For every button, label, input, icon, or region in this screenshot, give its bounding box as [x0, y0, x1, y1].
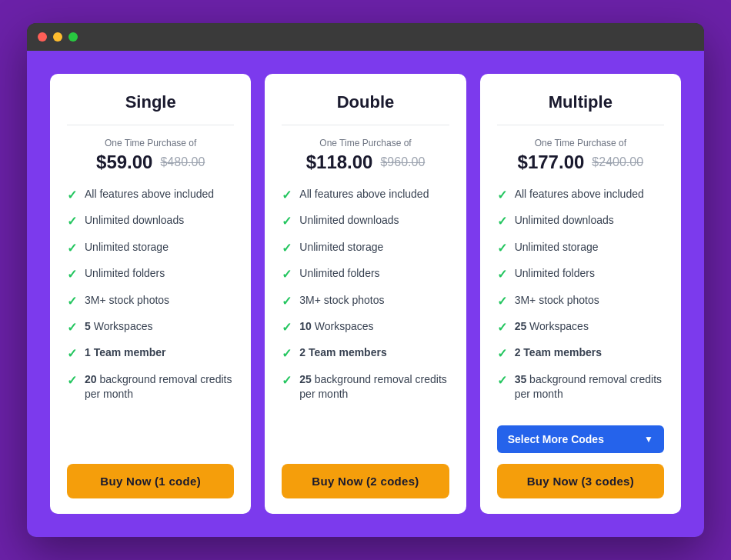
feature-text: All features above included: [85, 187, 214, 202]
features-list: ✓ All features above included ✓ Unlimite…: [67, 187, 234, 450]
check-icon: ✓: [497, 266, 507, 283]
feature-text: Unlimited downloads: [515, 213, 614, 228]
check-icon: ✓: [282, 319, 292, 336]
app-window: Single One Time Purchase of $59.00 $480.…: [27, 23, 704, 537]
feature-item: ✓ Unlimited downloads: [67, 213, 234, 230]
feature-text: All features above included: [515, 187, 644, 202]
price-row: $59.00 $480.00: [67, 152, 234, 173]
feature-item: ✓ 3M+ stock photos: [67, 293, 234, 310]
main-content: Single One Time Purchase of $59.00 $480.…: [27, 51, 704, 537]
price-original: $480.00: [160, 155, 205, 169]
feature-text: Unlimited downloads: [85, 213, 184, 228]
plan-card-multiple: Multiple One Time Purchase of $177.00 $2…: [480, 74, 681, 514]
plan-card-single: Single One Time Purchase of $59.00 $480.…: [50, 74, 251, 514]
plan-title: Single: [67, 92, 234, 125]
price-row: $118.00 $960.00: [282, 152, 449, 173]
feature-text: 35 background removal credits per month: [515, 372, 664, 402]
plans-grid: Single One Time Purchase of $59.00 $480.…: [50, 74, 681, 514]
feature-item: ✓ All features above included: [497, 187, 664, 204]
feature-item: ✓ Unlimited folders: [497, 266, 664, 283]
check-icon: ✓: [282, 266, 292, 283]
check-icon: ✓: [67, 293, 77, 310]
check-icon: ✓: [67, 372, 77, 389]
check-icon: ✓: [497, 187, 507, 204]
price-section: One Time Purchase of $177.00 $2400.00: [497, 138, 664, 173]
price-current: $118.00: [306, 152, 373, 173]
feature-text: Unlimited folders: [85, 266, 165, 282]
check-icon: ✓: [67, 266, 77, 283]
feature-text: All features above included: [299, 187, 429, 202]
select-more-label: Select More Codes: [508, 433, 604, 445]
check-icon: ✓: [67, 240, 77, 257]
feature-item: ✓ Unlimited folders: [282, 266, 449, 283]
feature-item: ✓ 1 Team member: [67, 345, 234, 362]
feature-text: Unlimited storage: [85, 240, 169, 255]
feature-text: 3M+ stock photos: [515, 293, 599, 308]
price-current: $177.00: [518, 152, 585, 173]
price-label: One Time Purchase of: [497, 138, 664, 148]
check-icon: ✓: [282, 213, 292, 230]
feature-text: 5 Workspaces: [85, 319, 152, 335]
feature-item: ✓ 3M+ stock photos: [497, 293, 664, 310]
check-icon: ✓: [497, 213, 507, 230]
minimize-dot[interactable]: [53, 32, 62, 42]
check-icon: ✓: [282, 372, 292, 389]
feature-item: ✓ 3M+ stock photos: [282, 293, 449, 310]
feature-text: Unlimited storage: [299, 240, 383, 255]
price-label: One Time Purchase of: [282, 138, 449, 148]
feature-item: ✓ All features above included: [67, 187, 234, 204]
buy-button[interactable]: Buy Now (2 codes): [282, 464, 449, 498]
feature-text: 25 Workspaces: [515, 319, 589, 335]
feature-item: ✓ 25 background removal credits per mont…: [282, 372, 449, 402]
feature-text: 3M+ stock photos: [85, 293, 169, 308]
plan-card-double: Double One Time Purchase of $118.00 $960…: [265, 74, 466, 514]
check-icon: ✓: [497, 319, 507, 336]
feature-text: 25 background removal credits per month: [299, 372, 449, 402]
price-original: $2400.00: [592, 155, 643, 169]
maximize-dot[interactable]: [68, 32, 78, 42]
feature-item: ✓ 25 Workspaces: [497, 319, 664, 336]
price-section: One Time Purchase of $118.00 $960.00: [282, 138, 449, 173]
buy-button[interactable]: Buy Now (1 code): [67, 464, 234, 498]
feature-text: Unlimited downloads: [299, 213, 399, 228]
feature-item: ✓ Unlimited storage: [497, 240, 664, 257]
feature-item: ✓ 2 Team members: [497, 345, 664, 362]
feature-text: 2 Team members: [515, 345, 602, 361]
feature-text: 20 background removal credits per month: [85, 372, 234, 402]
feature-item: ✓ Unlimited downloads: [497, 213, 664, 230]
feature-item: ✓ Unlimited folders: [67, 266, 234, 283]
check-icon: ✓: [497, 240, 507, 257]
check-icon: ✓: [497, 372, 507, 389]
feature-text: 2 Team members: [299, 345, 386, 361]
plan-title: Multiple: [497, 92, 664, 125]
plan-title: Double: [282, 92, 449, 125]
feature-item: ✓ Unlimited downloads: [282, 213, 449, 230]
check-icon: ✓: [282, 345, 292, 362]
chevron-down-icon: ▼: [644, 434, 653, 445]
price-original: $960.00: [380, 155, 425, 169]
check-icon: ✓: [497, 293, 507, 310]
feature-item: ✓ 5 Workspaces: [67, 319, 234, 336]
feature-text: 1 Team member: [85, 345, 166, 361]
feature-item: ✓ 10 Workspaces: [282, 319, 449, 336]
feature-item: ✓ 35 background removal credits per mont…: [497, 372, 664, 402]
feature-text: 3M+ stock photos: [299, 293, 384, 308]
check-icon: ✓: [282, 293, 292, 310]
titlebar: [27, 23, 704, 51]
feature-item: ✓ 20 background removal credits per mont…: [67, 372, 234, 402]
buy-button[interactable]: Buy Now (3 codes): [497, 464, 664, 498]
feature-text: Unlimited folders: [299, 266, 379, 282]
check-icon: ✓: [67, 213, 77, 230]
check-icon: ✓: [67, 187, 77, 204]
close-dot[interactable]: [38, 32, 47, 42]
feature-text: 10 Workspaces: [299, 319, 373, 335]
check-icon: ✓: [497, 345, 507, 362]
feature-item: ✓ All features above included: [282, 187, 449, 204]
features-list: ✓ All features above included ✓ Unlimite…: [497, 187, 664, 412]
select-more-button[interactable]: Select More Codes ▼: [497, 425, 664, 453]
check-icon: ✓: [282, 187, 292, 204]
price-row: $177.00 $2400.00: [497, 152, 664, 173]
price-label: One Time Purchase of: [67, 138, 234, 148]
price-section: One Time Purchase of $59.00 $480.00: [67, 138, 234, 173]
feature-item: ✓ Unlimited storage: [282, 240, 449, 257]
